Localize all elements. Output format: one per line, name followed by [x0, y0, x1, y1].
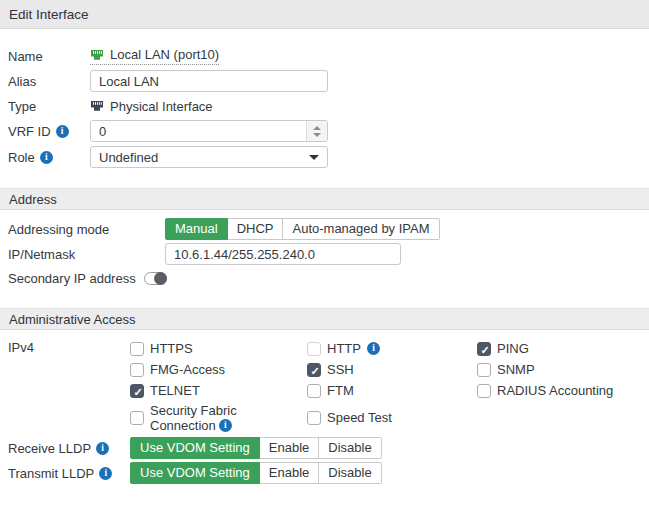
alias-row: Alias: [8, 70, 641, 92]
section-header-address: Address: [0, 188, 649, 210]
stepper-up-icon[interactable]: [313, 126, 321, 130]
mode-ipam-button[interactable]: Auto-managed by IPAM: [283, 218, 439, 240]
transmit-lldp-segment: Use VDOM Setting Enable Disable: [130, 462, 382, 484]
stepper-down-icon[interactable]: [313, 133, 321, 137]
mode-dhcp-button[interactable]: DHCP: [228, 218, 284, 240]
transmit-lldp-vdom-button[interactable]: Use VDOM Setting: [130, 462, 260, 484]
checkbox-telnet[interactable]: TELNET: [130, 380, 307, 401]
checkbox-label: FTM: [327, 383, 354, 398]
checkbox-label: RADIUS Accounting: [497, 383, 613, 398]
section-header-admin-access: Administrative Access: [0, 308, 649, 330]
checkbox-ssh[interactable]: SSH: [307, 359, 477, 380]
toggle-knob-icon: [154, 272, 167, 285]
checkbox-icon[interactable]: [307, 384, 321, 398]
checkbox-icon[interactable]: [477, 363, 491, 377]
secondary-ip-label: Secondary IP address: [8, 271, 136, 286]
checkbox-fmg-access[interactable]: FMG-Access: [130, 359, 307, 380]
checkbox-label: Speed Test: [327, 410, 392, 425]
checkbox-speed-test[interactable]: Speed Test: [307, 401, 477, 434]
checkbox-icon[interactable]: [307, 411, 321, 425]
info-icon[interactable]: [56, 125, 69, 138]
checkbox-label: HTTPS: [150, 341, 193, 356]
checkbox-label: SNMP: [497, 362, 535, 377]
number-stepper[interactable]: [306, 121, 327, 141]
checkbox-security-fabric-connection[interactable]: Security Fabric Connection: [130, 401, 307, 434]
addressing-mode-row: Addressing mode Manual DHCP Auto-managed…: [8, 218, 641, 240]
checkbox-icon[interactable]: [477, 384, 491, 398]
page-title: Edit Interface: [0, 0, 649, 29]
info-icon[interactable]: [367, 342, 380, 355]
ip-netmask-input[interactable]: [165, 243, 401, 265]
checkbox-icon[interactable]: [130, 363, 144, 377]
role-label: Role: [8, 150, 35, 165]
checkbox-icon[interactable]: [130, 384, 144, 398]
mode-manual-button[interactable]: Manual: [165, 218, 228, 240]
checkbox-icon[interactable]: [307, 363, 321, 377]
role-select[interactable]: Undefined: [90, 146, 328, 168]
ethernet-port-icon-dark: [90, 99, 104, 113]
ipv4-checkbox-grid: HTTPS HTTP PING FMG-Access SSH SNMP: [130, 338, 613, 434]
receive-lldp-segment: Use VDOM Setting Enable Disable: [130, 437, 382, 459]
transmit-lldp-label: Transmit LLDP: [8, 466, 94, 481]
receive-lldp-row: Receive LLDP Use VDOM Setting Enable Dis…: [8, 437, 641, 459]
transmit-lldp-disable-button[interactable]: Disable: [319, 462, 381, 484]
info-icon[interactable]: [219, 419, 232, 432]
receive-lldp-disable-button[interactable]: Disable: [319, 437, 381, 459]
transmit-lldp-enable-button[interactable]: Enable: [260, 462, 319, 484]
vrf-input-wrap: [90, 120, 328, 142]
vrf-row: VRF ID: [8, 120, 641, 142]
checkbox-label: TELNET: [150, 383, 200, 398]
receive-lldp-vdom-button[interactable]: Use VDOM Setting: [130, 437, 260, 459]
checkbox-label: PING: [497, 341, 529, 356]
alias-input[interactable]: [90, 70, 328, 92]
checkbox-ping[interactable]: PING: [477, 338, 613, 359]
checkbox-snmp[interactable]: SNMP: [477, 359, 613, 380]
checkbox-icon[interactable]: [477, 342, 491, 356]
type-row: Type Physical Interface: [8, 95, 641, 117]
checkbox-icon[interactable]: [130, 411, 144, 425]
info-icon[interactable]: [99, 467, 112, 480]
checkbox-label: SSH: [327, 362, 354, 377]
interface-name-text: Local LAN (port10): [110, 47, 219, 62]
checkbox-http[interactable]: HTTP: [307, 338, 477, 359]
ipv4-access-row: IPv4 HTTPS HTTP PING FMG-Access SSH: [8, 338, 641, 434]
type-label: Type: [8, 99, 90, 114]
vrf-label: VRF ID: [8, 124, 51, 139]
info-icon[interactable]: [96, 442, 109, 455]
type-value: Physical Interface: [110, 99, 213, 114]
secondary-ip-row: Secondary IP address: [8, 268, 641, 288]
receive-lldp-enable-button[interactable]: Enable: [260, 437, 319, 459]
chevron-down-icon: [309, 155, 319, 160]
interface-name-value[interactable]: Local LAN (port10): [90, 47, 219, 65]
checkbox-label: HTTP: [327, 341, 361, 356]
checkbox-radius-accounting[interactable]: RADIUS Accounting: [477, 380, 613, 401]
addressing-mode-segment: Manual DHCP Auto-managed by IPAM: [165, 218, 440, 240]
name-row: Name Local LAN (port10): [8, 45, 641, 67]
receive-lldp-label: Receive LLDP: [8, 441, 91, 456]
ipv4-label: IPv4: [8, 338, 130, 355]
alias-label: Alias: [8, 74, 90, 89]
vrf-input[interactable]: [91, 121, 306, 141]
ethernet-port-icon-green: [90, 48, 104, 62]
role-row: Role Undefined: [8, 146, 641, 168]
role-selected-value: Undefined: [99, 150, 158, 165]
transmit-lldp-row: Transmit LLDP Use VDOM Setting Enable Di…: [8, 462, 641, 484]
checkbox-label: FMG-Access: [150, 362, 225, 377]
checkbox-https[interactable]: HTTPS: [130, 338, 307, 359]
info-icon[interactable]: [40, 151, 53, 164]
checkbox-icon[interactable]: [307, 342, 321, 356]
addressing-mode-label: Addressing mode: [8, 222, 165, 237]
name-label: Name: [8, 49, 90, 64]
secondary-ip-toggle[interactable]: [144, 272, 167, 285]
ip-netmask-row: IP/Netmask: [8, 243, 641, 265]
ip-netmask-label: IP/Netmask: [8, 247, 165, 262]
checkbox-ftm[interactable]: FTM: [307, 380, 477, 401]
checkbox-icon[interactable]: [130, 342, 144, 356]
